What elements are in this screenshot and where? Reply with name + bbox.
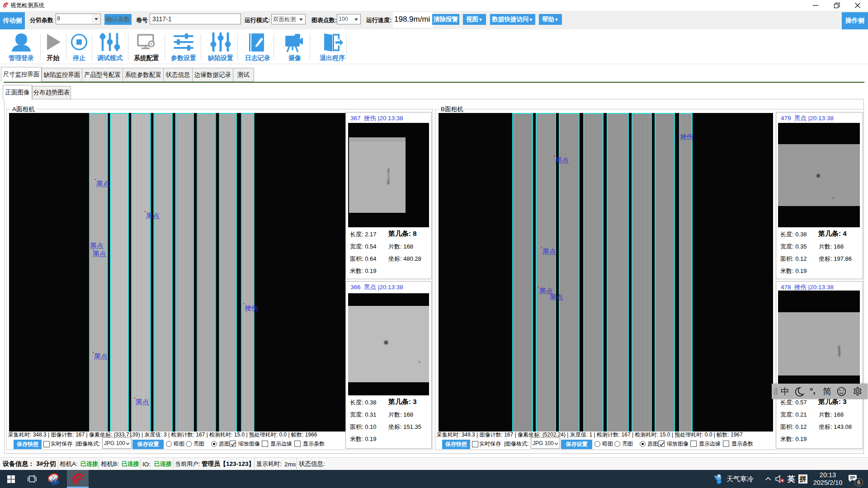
svg-text:黑点: 黑点: [136, 398, 149, 406]
svg-text:黑点: 黑点: [94, 352, 108, 360]
svg-text:黑点: 黑点: [93, 250, 106, 258]
svg-text:黑点: 黑点: [90, 242, 104, 249]
svg-text:挫伤: 挫伤: [680, 133, 693, 141]
svg-text:黑点: 黑点: [550, 293, 563, 301]
svg-text:黑点: 黑点: [96, 180, 110, 188]
svg-text:挫伤: 挫伤: [245, 304, 258, 312]
svg-text:黑点: 黑点: [555, 156, 569, 164]
svg-text:黑点: 黑点: [542, 248, 556, 255]
svg-text:黑点: 黑点: [146, 212, 160, 220]
